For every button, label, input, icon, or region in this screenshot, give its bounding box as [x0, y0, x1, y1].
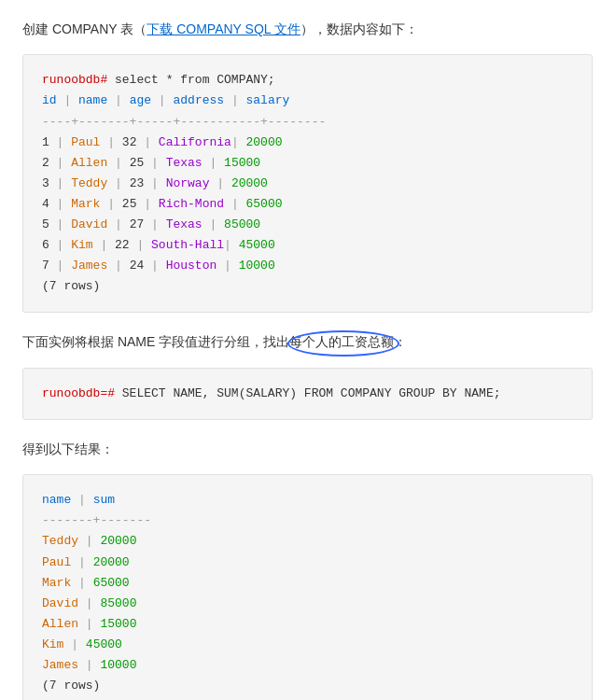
table-header-line: id | name | age | address | salary	[42, 91, 573, 111]
intro-text-before: 创建 COMPANY 表（	[22, 21, 147, 36]
code-block-3: name | sum -------+------- Teddy | 20000…	[22, 474, 593, 700]
list-item: Mark | 65000	[42, 573, 573, 594]
list-item: David | 85000	[42, 594, 573, 614]
table-row: 4 | Mark | 25 | Rich-Mond | 65000	[42, 194, 573, 215]
middle-text-after: ：	[394, 334, 407, 349]
rows-count-1: (7 rows)	[42, 276, 573, 297]
list-item: Paul | 20000	[42, 553, 573, 573]
result-col-sum: sum	[93, 493, 115, 507]
result-label: 得到以下结果：	[22, 439, 593, 459]
col-salary: salary	[239, 93, 290, 107]
command-1: select * from COMPANY;	[107, 73, 274, 87]
list-item: Allen | 15000	[42, 614, 573, 635]
code-line-command: runoobdb# select * from COMPANY;	[42, 70, 573, 91]
table-row: 5 | David | 27 | Texas | 85000	[42, 215, 573, 235]
table-row: 6 | Kim | 22 | South-Hall| 45000	[42, 235, 573, 256]
middle-text-before: 下面实例将根据 NAME 字段值进行分组，找出	[22, 334, 289, 349]
col-id: id	[42, 93, 63, 107]
col-name: name	[71, 93, 115, 107]
list-item: Teddy | 20000	[42, 531, 573, 552]
download-link[interactable]: 下载 COMPANY SQL 文件	[147, 21, 301, 36]
rows-count-2: (7 rows)	[42, 676, 573, 696]
table-row: 7 | James | 24 | Houston | 10000	[42, 256, 573, 276]
col-address: address	[166, 93, 231, 107]
table-row: 1 | Paul | 32 | California| 20000	[42, 133, 573, 153]
col-age: age	[122, 93, 159, 107]
middle-paragraph: 下面实例将根据 NAME 字段值进行分组，找出每个人的工资总额：	[22, 331, 593, 352]
list-item: Kim | 45000	[42, 635, 573, 655]
code-block-2: runoobdb=# SELECT NAME, SUM(SALARY) FROM…	[22, 368, 593, 420]
circled-text: 每个人的工资总额	[289, 334, 394, 349]
intro-text-after: ），数据内容如下：	[301, 21, 418, 36]
code-line-command-2: runoobdb=# SELECT NAME, SUM(SALARY) FROM…	[42, 384, 573, 404]
result-header-line: name | sum	[42, 490, 573, 511]
prompt-1: runoobdb#	[42, 73, 107, 87]
intro-paragraph: 创建 COMPANY 表（下载 COMPANY SQL 文件），数据内容如下：	[22, 19, 593, 39]
table-row: 3 | Teddy | 23 | Norway | 20000	[42, 174, 573, 194]
prompt-2: runoobdb=#	[42, 386, 115, 400]
table-row: 2 | Allen | 25 | Texas | 15000	[42, 153, 573, 174]
list-item: James | 10000	[42, 655, 573, 676]
table-divider: ----+-------+-----+-----------+--------	[42, 112, 573, 133]
code-block-1: runoobdb# select * from COMPANY; id | na…	[22, 54, 593, 313]
result-col-name: name	[42, 493, 78, 507]
result-divider: -------+-------	[42, 511, 573, 531]
command-2: SELECT NAME, SUM(SALARY) FROM COMPANY GR…	[115, 386, 500, 400]
